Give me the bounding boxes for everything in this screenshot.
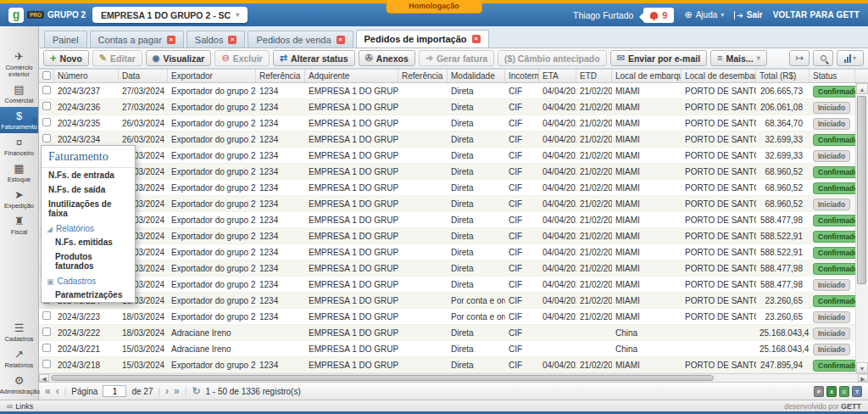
scroll-right-icon[interactable]: ▶ xyxy=(858,374,868,382)
last-page-button[interactable]: » xyxy=(174,386,180,396)
table-row[interactable]: 2024/3/23727/03/2024Exportador do grupo … xyxy=(39,83,855,99)
table-row[interactable]: 2024/3/23627/03/2024Exportador do grupo … xyxy=(39,99,855,115)
row-checkbox[interactable] xyxy=(42,102,51,110)
column-header-total-r-13[interactable]: Total (R$) xyxy=(756,70,810,82)
anexos-button[interactable]: ✇Anexos xyxy=(359,50,415,66)
column-header-adquirente-5[interactable]: Adquirente xyxy=(305,70,398,82)
scroll-down-icon[interactable]: ▼ xyxy=(856,362,868,373)
visualizar-button[interactable]: ◉Visualizar xyxy=(146,50,212,66)
menu-item-n-fs-de-entrada[interactable]: N.Fs. de entrada xyxy=(42,168,135,182)
row-checkbox[interactable] xyxy=(42,344,51,352)
links-button[interactable]: Links xyxy=(15,402,33,411)
menu-item-n-fs-emitidas[interactable]: N.Fs. emitidas xyxy=(42,235,135,249)
menu-item-produtos-faturados[interactable]: Produtos faturados xyxy=(42,249,135,273)
column-header-status-14[interactable]: Status xyxy=(810,70,855,82)
table-row[interactable]: 2024/3/23326/03/2024Exportador do grupo … xyxy=(39,148,855,164)
sidebar-item-financeiro[interactable]: ¤Financeiro xyxy=(0,133,38,159)
search-button[interactable] xyxy=(813,50,833,66)
column-header-incoterms-8[interactable]: Incoterms↕ xyxy=(505,70,539,82)
column-header-data-2[interactable]: Data xyxy=(119,70,168,82)
table-row[interactable]: 2024/3/23222/03/2024Exportador do grupo … xyxy=(39,164,855,180)
column-header-eta-9[interactable]: ETA xyxy=(539,70,576,82)
table-row[interactable]: 2024/3/22820/03/2024Exportador do grupo … xyxy=(39,228,855,244)
horizontal-scrollbar[interactable]: ◀ ▶ xyxy=(39,373,868,382)
refresh-button[interactable]: ↻ xyxy=(192,386,200,396)
table-row[interactable]: 2024/3/21815/03/2024Exportador do grupo … xyxy=(39,357,855,373)
column-header-modalidade-7[interactable]: Modalidade xyxy=(448,70,505,82)
row-checkbox[interactable] xyxy=(42,327,51,336)
sidebar-item-comercial[interactable]: ▤Comercial xyxy=(0,81,38,107)
logout-button[interactable]: ➔ Sair xyxy=(734,10,762,20)
tab-close-icon[interactable]: × xyxy=(472,35,481,43)
select-all-checkbox[interactable] xyxy=(42,71,51,80)
tab-saldos[interactable]: Saldos× xyxy=(186,31,246,48)
export-button[interactable]: ↦ xyxy=(789,50,810,66)
tab-close-icon[interactable]: × xyxy=(167,36,175,44)
previous-page-button[interactable]: ‹ xyxy=(56,386,59,396)
tab-pedidos-de-importacao[interactable]: Pedidos de importação× xyxy=(356,30,489,48)
select-all-column-header[interactable] xyxy=(39,70,54,82)
sidebar-item-comercio-exterior[interactable]: ✈Comércio exterior xyxy=(0,48,38,81)
column-header-numero-1[interactable]: Número xyxy=(54,70,119,82)
menu-item-n-fs-de-saida[interactable]: N.Fs. de saída xyxy=(42,182,135,197)
table-row[interactable]: 2024/3/23526/03/2024Exportador do grupo … xyxy=(39,115,855,131)
row-checkbox[interactable] xyxy=(42,118,51,126)
help-menu[interactable]: ⊕ Ajuda ▾ xyxy=(684,9,724,20)
tab-painel[interactable]: Painel xyxy=(44,31,87,48)
sidebar-item-estoque[interactable]: ▦Estoque xyxy=(0,159,38,186)
sidebar-item-relatorios[interactable]: ↗Relatórios xyxy=(0,345,38,372)
tab-close-icon[interactable]: × xyxy=(228,36,236,44)
notifications-button[interactable]: 9 xyxy=(643,8,674,23)
tab-close-icon[interactable]: × xyxy=(337,36,345,44)
txt-export-icon[interactable]: T xyxy=(852,386,862,397)
sidebar-item-faturamento[interactable]: $Faturamento xyxy=(0,107,38,133)
table-row[interactable]: 2024/3/22218/03/2024Adraciane IrenoEMPRE… xyxy=(39,325,855,341)
mais-button[interactable]: ≡Mais...▾ xyxy=(710,50,767,66)
sidebar-item-expedicao[interactable]: ➤Expedição xyxy=(0,186,38,212)
vertical-scrollbar[interactable]: ▲ ▼ xyxy=(855,83,868,373)
scroll-left-icon[interactable]: ◀ xyxy=(39,374,49,382)
novo-button[interactable]: +Novo xyxy=(43,50,89,66)
table-row[interactable]: 2024/3/22418/03/2024Exportador do grupo … xyxy=(39,293,855,309)
alterar-status-button[interactable]: ⇄Alterar status xyxy=(273,50,355,66)
table-row[interactable]: 2024/3/22921/03/2024Exportador do grupo … xyxy=(39,212,855,228)
column-header-etd-10[interactable]: ETD xyxy=(576,70,612,82)
row-checkbox[interactable] xyxy=(42,86,51,94)
table-row[interactable]: 2024/3/23426/03/2024Exportador do grupo … xyxy=(39,131,855,148)
column-header-referencia-4[interactable]: Referência xyxy=(256,70,305,82)
row-checkbox[interactable] xyxy=(42,360,51,368)
print-icon[interactable]: P xyxy=(814,386,824,397)
vertical-scroll-thumb[interactable] xyxy=(857,96,866,284)
column-header-referencia-6[interactable]: Referência xyxy=(398,70,448,82)
table-row[interactable]: 2024/3/22115/03/2024Adraciane IrenoEMPRE… xyxy=(39,341,855,357)
tab-contas-a-pagar[interactable]: Contas a pagar× xyxy=(90,31,184,48)
next-page-button[interactable]: › xyxy=(165,386,169,396)
sidebar-item-fiscal[interactable]: ♜Fiscal xyxy=(0,212,38,238)
horizontal-scroll-thumb[interactable] xyxy=(51,375,714,381)
back-to-gett-button[interactable]: VOLTAR PARA GETT xyxy=(773,10,860,20)
row-checkbox[interactable] xyxy=(42,311,51,320)
csv-export-icon[interactable]: C xyxy=(839,386,849,397)
sidebar-item-administracao[interactable]: ⚙Administração xyxy=(0,372,38,398)
tab-pedidos-de-venda[interactable]: Pedidos de venda× xyxy=(248,31,353,48)
xls-export-icon[interactable]: X xyxy=(826,386,837,397)
column-header-local-de-desembarque-12[interactable]: Local de desembarque xyxy=(682,70,756,82)
chart-view-button[interactable]: ▾ xyxy=(837,50,864,66)
row-checkbox[interactable] xyxy=(42,134,51,143)
table-row[interactable]: 2024/3/23022/03/2024Exportador do grupo … xyxy=(39,196,855,212)
scroll-up-icon[interactable]: ▲ xyxy=(856,83,868,94)
menu-item-parametrizacoes[interactable]: Parametrizações xyxy=(42,288,135,302)
menu-item-inutilizacoes-de-faixa[interactable]: Inutilizações de faixa xyxy=(42,197,135,221)
table-row[interactable]: 2024/3/22619/03/2024Exportador do grupo … xyxy=(39,260,855,277)
table-row[interactable]: 2024/3/22519/03/2024Exportador do grupo … xyxy=(39,277,855,293)
table-row[interactable]: 2024/3/23122/03/2024Exportador do grupo … xyxy=(39,180,855,196)
company-selector[interactable]: EMPRESA 1 DO GRUPO 2 - SC ▾ xyxy=(92,7,248,23)
enviar-por-e-mail-button[interactable]: ✉Enviar por e-mail xyxy=(610,50,707,66)
first-page-button[interactable]: « xyxy=(45,386,51,396)
sidebar-item-cadastros[interactable]: ☰Cadastros xyxy=(0,319,38,345)
column-header-local-de-embarque-11[interactable]: Local de embarque xyxy=(612,70,682,82)
table-row[interactable]: 2024/3/22719/03/2024Exportador do grupo … xyxy=(39,244,855,260)
column-header-exportador-3[interactable]: Exportador xyxy=(168,70,256,82)
table-row[interactable]: 2024/3/22318/03/2024Exportador do grupo … xyxy=(39,309,855,325)
page-input[interactable] xyxy=(103,385,126,397)
